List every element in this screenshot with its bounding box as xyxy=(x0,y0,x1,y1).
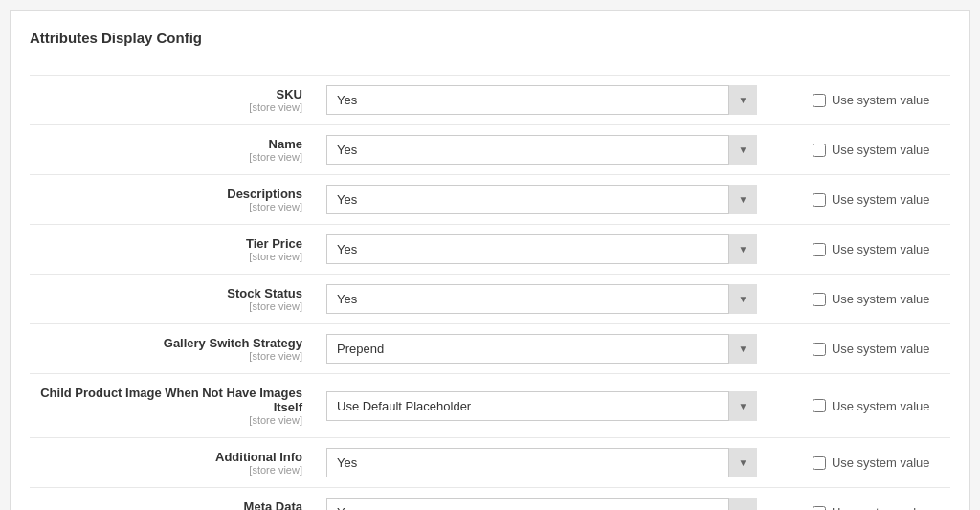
select-meta_data[interactable]: YesNo xyxy=(326,498,757,510)
system-value-text: Use system value xyxy=(832,143,930,157)
label-cell: Meta Data[store view] xyxy=(30,488,317,511)
select-tier_price[interactable]: YesNo xyxy=(326,234,757,264)
control-cell: YesNo xyxy=(317,225,803,275)
row-scope: [store view] xyxy=(39,251,302,262)
label-cell: Tier Price[store view] xyxy=(30,225,317,275)
system-value-text: Use system value xyxy=(832,505,930,510)
control-cell: YesNo xyxy=(317,76,803,125)
table-row: Child Product Image When Not Have Images… xyxy=(30,374,950,438)
select-wrapper: YesNo xyxy=(326,498,757,510)
label-cell: SKU[store view] xyxy=(30,76,317,125)
system-value-text: Use system value xyxy=(832,342,930,356)
system-value-cell: Use system value xyxy=(803,76,950,125)
row-scope: [store view] xyxy=(39,300,302,312)
select-stock_status[interactable]: YesNo xyxy=(326,284,757,314)
section-title: Attributes Display Config xyxy=(30,30,950,55)
row-label: Additional Info xyxy=(39,450,302,464)
table-row: Additional Info[store view]YesNoUse syst… xyxy=(30,438,950,488)
control-cell: Use Default PlaceholderUse Parent ImageN… xyxy=(317,374,803,438)
system-value-cell: Use system value xyxy=(803,125,950,175)
system-value-cell: Use system value xyxy=(803,225,950,275)
system-value-label[interactable]: Use system value xyxy=(813,399,941,413)
select-descriptions[interactable]: YesNo xyxy=(326,185,757,214)
label-cell: Name[store view] xyxy=(30,125,317,175)
row-label: Descriptions xyxy=(39,187,302,201)
system-value-cell: Use system value xyxy=(803,488,950,511)
select-wrapper: YesNo xyxy=(326,234,757,264)
table-row: Name[store view]YesNoUse system value xyxy=(30,125,950,175)
system-value-label[interactable]: Use system value xyxy=(813,292,941,306)
control-cell: YesNo xyxy=(317,275,803,324)
system-value-cell: Use system value xyxy=(803,275,950,324)
select-wrapper: YesNo xyxy=(326,284,757,314)
system-value-label[interactable]: Use system value xyxy=(813,192,941,207)
row-scope: [store view] xyxy=(39,201,302,212)
checkbox-system-child_product_image[interactable] xyxy=(813,399,826,412)
page-container: Attributes Display Config SKU[store view… xyxy=(10,10,970,510)
system-value-label[interactable]: Use system value xyxy=(813,93,941,107)
system-value-text: Use system value xyxy=(832,399,930,413)
row-scope: [store view] xyxy=(39,414,302,426)
system-value-label[interactable]: Use system value xyxy=(813,342,941,356)
row-label: Meta Data xyxy=(39,499,302,510)
label-cell: Descriptions[store view] xyxy=(30,175,317,225)
row-scope: [store view] xyxy=(39,101,302,113)
select-child_product_image[interactable]: Use Default PlaceholderUse Parent ImageN… xyxy=(326,391,757,421)
label-cell: Child Product Image When Not Have Images… xyxy=(30,374,317,438)
table-row: Gallery Switch Strategy[store view]Prepe… xyxy=(30,324,950,374)
select-gallery_switch[interactable]: PrependAppendReplace xyxy=(326,334,757,364)
table-row: Meta Data[store view]YesNoUse system val… xyxy=(30,488,950,511)
system-value-text: Use system value xyxy=(832,242,930,256)
row-label: Child Product Image When Not Have Images… xyxy=(39,386,302,414)
system-value-text: Use system value xyxy=(832,455,930,470)
checkbox-system-descriptions[interactable] xyxy=(813,193,826,207)
checkbox-system-name[interactable] xyxy=(813,144,826,157)
select-additional_info[interactable]: YesNo xyxy=(326,448,757,477)
checkbox-system-stock_status[interactable] xyxy=(813,293,826,306)
system-value-cell: Use system value xyxy=(803,175,950,225)
select-wrapper: Use Default PlaceholderUse Parent ImageN… xyxy=(326,391,757,421)
select-wrapper: YesNo xyxy=(326,135,757,165)
system-value-text: Use system value xyxy=(832,292,930,306)
select-wrapper: YesNo xyxy=(326,85,757,115)
system-value-label[interactable]: Use system value xyxy=(813,242,941,256)
row-scope: [store view] xyxy=(39,350,302,362)
system-value-label[interactable]: Use system value xyxy=(813,143,941,157)
label-cell: Gallery Switch Strategy[store view] xyxy=(30,324,317,374)
table-row: SKU[store view]YesNoUse system value xyxy=(30,76,950,125)
control-cell: PrependAppendReplace xyxy=(317,324,803,374)
system-value-label[interactable]: Use system value xyxy=(813,505,941,510)
config-table: SKU[store view]YesNoUse system valueName… xyxy=(30,75,950,510)
control-cell: YesNo xyxy=(317,438,803,488)
select-wrapper: YesNo xyxy=(326,185,757,214)
select-name[interactable]: YesNo xyxy=(326,135,757,165)
system-value-cell: Use system value xyxy=(803,374,950,438)
select-sku[interactable]: YesNo xyxy=(326,85,757,115)
row-label: Tier Price xyxy=(39,236,302,251)
select-wrapper: PrependAppendReplace xyxy=(326,334,757,364)
row-scope: [store view] xyxy=(39,151,302,163)
checkbox-system-tier_price[interactable] xyxy=(813,243,826,256)
system-value-label[interactable]: Use system value xyxy=(813,455,941,470)
row-scope: [store view] xyxy=(39,464,302,476)
checkbox-system-additional_info[interactable] xyxy=(813,456,826,470)
system-value-cell: Use system value xyxy=(803,438,950,488)
checkbox-system-sku[interactable] xyxy=(813,94,826,107)
row-label: Stock Status xyxy=(39,286,302,300)
table-row: Descriptions[store view]YesNoUse system … xyxy=(30,175,950,225)
label-cell: Additional Info[store view] xyxy=(30,438,317,488)
checkbox-system-meta_data[interactable] xyxy=(813,506,826,511)
row-label: Gallery Switch Strategy xyxy=(39,336,302,350)
select-wrapper: YesNo xyxy=(326,448,757,477)
row-label: SKU xyxy=(39,87,302,101)
row-label: Name xyxy=(39,137,302,151)
table-row: Stock Status[store view]YesNoUse system … xyxy=(30,275,950,324)
system-value-text: Use system value xyxy=(832,93,930,107)
system-value-text: Use system value xyxy=(832,192,930,207)
control-cell: YesNo xyxy=(317,175,803,225)
system-value-cell: Use system value xyxy=(803,324,950,374)
checkbox-system-gallery_switch[interactable] xyxy=(813,343,826,356)
control-cell: YesNo xyxy=(317,488,803,511)
label-cell: Stock Status[store view] xyxy=(30,275,317,324)
control-cell: YesNo xyxy=(317,125,803,175)
